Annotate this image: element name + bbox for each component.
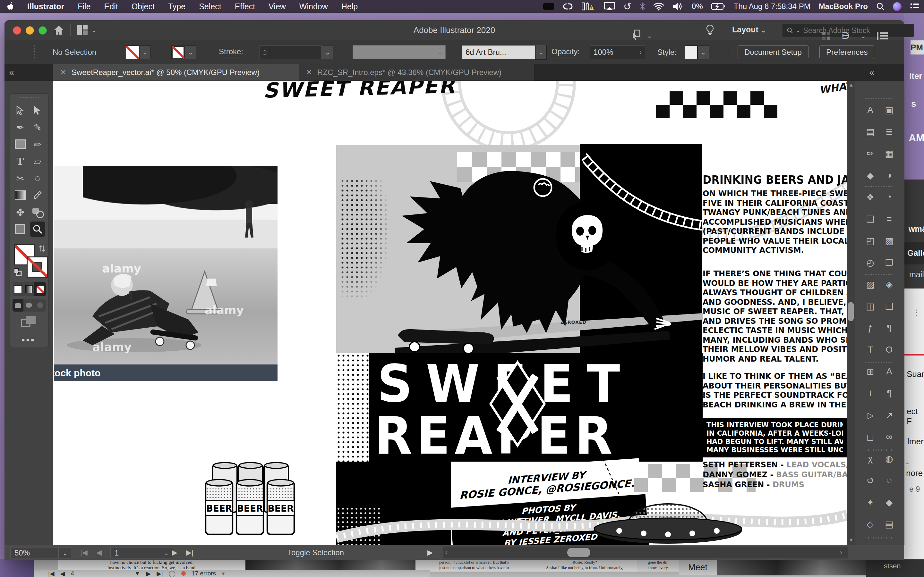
dock-panel-adjust-icon[interactable]: ◴: [863, 255, 879, 271]
gradient-button[interactable]: [23, 282, 34, 296]
toolbar-collapse-icon[interactable]: «: [9, 67, 14, 77]
page-dropdown-icon[interactable]: ▼: [134, 570, 141, 577]
errors-dropdown-icon[interactable]: ▾: [222, 570, 225, 577]
stroke-weight-field[interactable]: ︿﹀ ⌄: [260, 40, 333, 64]
style-chevron-icon[interactable]: ⌄: [698, 45, 709, 59]
tool-symbol-sprayer[interactable]: ✤: [13, 205, 28, 220]
dock-panel-rotate-view-icon[interactable]: ◇: [863, 516, 879, 532]
tab-rzc-intro[interactable]: ✕ RZC_SR_Intro.eps* @ 43.36% (CMYK/GPU P…: [299, 64, 534, 81]
tool-shape-builder[interactable]: [30, 205, 45, 220]
tool-select-similar[interactable]: ◌: [30, 171, 45, 186]
menu-clock[interactable]: Thu Aug 6 7:58:34 PM: [734, 2, 811, 11]
dock-panel-actions-icon[interactable]: ▷: [863, 407, 879, 423]
dock-panel-appearance-extra-icon[interactable]: ❏: [863, 211, 879, 227]
dock-panel-stroke-icon[interactable]: ≡: [881, 211, 897, 227]
status-display[interactable]: Toggle Selection: [210, 547, 422, 558]
tool-eyedropper[interactable]: [30, 187, 45, 203]
default-fill-stroke-icon[interactable]: [14, 268, 22, 277]
opacity-expand-icon[interactable]: ›: [640, 48, 642, 56]
scroll-up-icon[interactable]: ▲: [849, 82, 854, 88]
dock-panel-swatches-icon[interactable]: ▤: [863, 124, 879, 140]
tool-type[interactable]: T: [13, 153, 28, 169]
dock-panel-gradient-icon[interactable]: ▩: [881, 233, 897, 249]
isolate-chevron-icon[interactable]: ⌄: [647, 32, 652, 40]
none-button[interactable]: [34, 282, 46, 296]
time-machine-icon[interactable]: ↺: [624, 1, 632, 12]
tool-artboard[interactable]: [13, 221, 28, 237]
dock-drag-handle[interactable]: [865, 537, 893, 539]
isolate-icon[interactable]: [631, 29, 643, 40]
fill-chevron-icon[interactable]: ⌄: [139, 45, 151, 59]
dock-panel-pathfinder-icon[interactable]: ▦: [881, 145, 897, 161]
stroke-color-proxy[interactable]: [27, 256, 48, 277]
dock-panel-export-icon[interactable]: ↗: [881, 407, 897, 423]
dock-panel-opentype-icon[interactable]: O: [881, 342, 897, 358]
dock-panel-history-icon[interactable]: ↺: [863, 472, 879, 488]
menu-view[interactable]: View: [262, 2, 292, 11]
horizontal-scroll-thumb[interactable]: [567, 548, 590, 557]
notification-center-icon[interactable]: [910, 3, 919, 10]
airplay-icon[interactable]: [604, 2, 615, 11]
wifi-icon[interactable]: [653, 2, 664, 11]
menu-window[interactable]: Window: [292, 2, 334, 11]
tool-rectangle[interactable]: [13, 137, 28, 152]
tool-free-transform[interactable]: ▱: [30, 153, 45, 169]
menu-effect[interactable]: Effect: [228, 2, 262, 11]
preferences-button[interactable]: Preferences: [819, 40, 874, 64]
style-swatch[interactable]: [685, 45, 698, 59]
dock-panel-asset-export-icon[interactable]: ▤: [881, 516, 897, 532]
fill-swatch-control[interactable]: ⌄: [126, 40, 151, 64]
color-button[interactable]: [13, 282, 23, 296]
stroke-weight-label[interactable]: Stroke:: [219, 40, 243, 64]
controlbar-drag-handle[interactable]: [33, 45, 36, 59]
spotlight-icon[interactable]: [876, 2, 885, 11]
tool-scissors[interactable]: ✂: [13, 171, 28, 186]
tab-sweetreaper[interactable]: ✕ SweetReaper_vector.ai* @ 50% (CMYK/GPU…: [53, 64, 304, 81]
dock-panel-appearance-icon[interactable]: ❐: [881, 255, 897, 271]
dock-panel-variables-icon[interactable]: χ: [863, 451, 879, 467]
prev-page-icon[interactable]: ◀: [60, 570, 65, 577]
stroke-stepper[interactable]: ︿﹀: [260, 45, 270, 59]
dock-panel-mask-icon[interactable]: ◌: [881, 472, 897, 488]
toolbar-drag-handle[interactable]: [19, 96, 39, 99]
lightbulb-icon[interactable]: [706, 24, 714, 36]
stroke-weight-value[interactable]: [270, 45, 322, 59]
app-menu[interactable]: Illustrator: [21, 2, 71, 11]
opacity-field[interactable]: 100%›: [590, 40, 645, 64]
snap-options-icon[interactable]: ⋻: [842, 31, 850, 41]
dock-panel-paragraph-styles-icon[interactable]: ¶: [881, 385, 897, 401]
dock-panel-graphic-styles-icon[interactable]: ❖: [863, 189, 879, 205]
horizontal-scrollbar[interactable]: ‹ ›: [443, 546, 848, 558]
dock-panel-magic-wand-icon[interactable]: ✦: [863, 494, 879, 510]
last-page-icon[interactable]: ▶|: [157, 570, 163, 577]
dock-panel-artboards-icon[interactable]: ❏: [881, 298, 897, 314]
dock-panel-transparency-icon[interactable]: ◍: [881, 451, 897, 467]
dock-panel-transform-icon[interactable]: ▣: [881, 102, 897, 118]
apple-menu[interactable]: [0, 2, 21, 11]
menu-select[interactable]: Select: [192, 2, 228, 11]
toolbar-more-icon[interactable]: •••: [21, 335, 36, 346]
backup-warning-icon[interactable]: [582, 2, 596, 11]
zoom-level-field[interactable]: 50%: [10, 547, 66, 558]
style-swatch-control[interactable]: ⌄: [685, 40, 709, 64]
tab-close-icon[interactable]: ✕: [306, 68, 312, 77]
display-icon[interactable]: [543, 3, 554, 10]
first-page-icon[interactable]: |◀: [48, 570, 55, 577]
status-menu-icon[interactable]: ▶: [427, 548, 433, 557]
dock-collapse-icon[interactable]: «: [869, 67, 874, 77]
draw-normal-button[interactable]: [13, 299, 23, 311]
tool-direct-selection[interactable]: [30, 103, 45, 118]
stroke-weight-chevron-icon[interactable]: ⌄: [322, 45, 333, 59]
grid-options-icon[interactable]: [821, 31, 831, 41]
dock-panel-color-icon[interactable]: ◑: [881, 167, 897, 183]
page-number[interactable]: 4: [71, 570, 74, 577]
brush-chevron-icon[interactable]: ⌄: [535, 45, 547, 60]
dock-drag-handle[interactable]: [865, 97, 893, 100]
volume-icon[interactable]: [672, 2, 683, 11]
screen-mode-icon[interactable]: [21, 316, 36, 328]
dock-panel-glyphs-icon[interactable]: ƒ: [863, 320, 879, 336]
dock-panel-text-tools-icon[interactable]: T: [863, 342, 879, 358]
opacity-label[interactable]: Opacity:: [551, 40, 580, 64]
tool-pen[interactable]: ✒: [13, 119, 28, 135]
dock-panel-brushes-icon[interactable]: ✑: [863, 145, 879, 161]
